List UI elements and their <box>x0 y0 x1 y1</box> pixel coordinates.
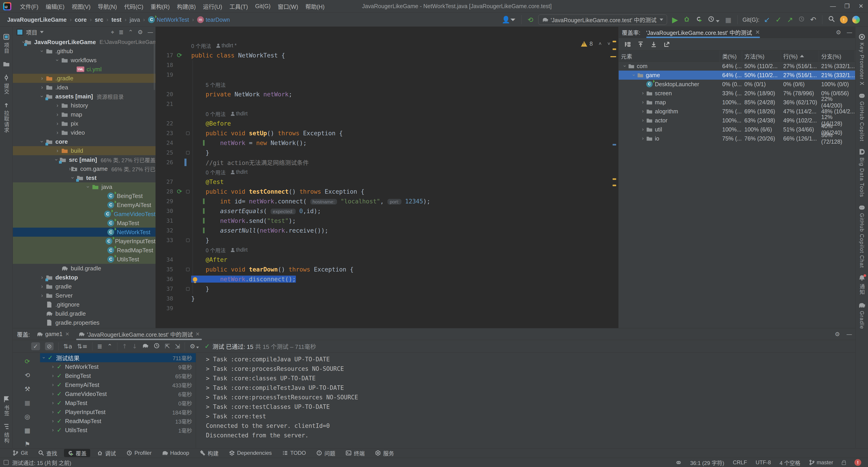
chevron-icon[interactable]: › <box>49 382 57 388</box>
user-avatar-icon[interactable]: 👤​⏷ <box>502 16 516 24</box>
test-history-icon[interactable] <box>142 343 149 350</box>
caret-position[interactable]: 36:1 (29 字符) <box>690 459 724 467</box>
test-row-ReadMapTest[interactable]: ›✓ReadMapTest13毫秒 <box>40 416 196 426</box>
author-hint[interactable]: thdlrt <box>236 111 248 117</box>
chevron-icon[interactable]: › <box>49 418 57 424</box>
project-panel-title[interactable]: 项目 <box>26 28 37 36</box>
stripe-item-GitHub Copilot[interactable]: GitHub Copilot <box>856 92 868 142</box>
git-history-icon[interactable] <box>798 16 805 24</box>
close-icon[interactable]: ✕ <box>195 331 199 337</box>
stripe-item-通知[interactable]: 通知 <box>856 275 868 295</box>
toolwindow-button-服务[interactable]: 服务 <box>371 449 398 457</box>
usages-hint[interactable]: 0 个用法 <box>191 42 211 50</box>
chevron-icon[interactable]: › <box>39 138 45 145</box>
expand-all-icon[interactable]: ≣ <box>119 29 124 35</box>
chevron-icon[interactable]: › <box>41 354 47 361</box>
test-root-row[interactable]: ›✓测试结果711毫秒 <box>40 353 196 362</box>
collapse-all-icon[interactable]: ⌃ <box>128 29 133 35</box>
notification-error-icon[interactable]: ! <box>855 459 861 466</box>
usages-hint[interactable]: 0 个用法 <box>206 168 225 176</box>
code-line[interactable]: 0 个用法thdlrt <box>156 245 610 255</box>
code-line[interactable]: 39 <box>156 303 610 313</box>
menu-item-GitG[interactable]: Git(G) <box>252 0 274 13</box>
toolwindow-button-Profiler[interactable]: Profiler <box>123 449 155 457</box>
code-line[interactable]: 33 } <box>156 235 610 245</box>
debug-button[interactable] <box>683 16 690 24</box>
chevron-icon[interactable]: › <box>39 47 45 55</box>
test-row-EnemyAiTest[interactable]: ›✓EnemyAiTest433毫秒 <box>40 380 196 389</box>
chevron-icon[interactable]: › <box>85 183 91 191</box>
navigate-with-single-click-icon[interactable]: ◎ <box>25 413 30 420</box>
navigate-down-icon[interactable] <box>650 41 657 48</box>
fold-marker-icon[interactable] <box>186 190 190 194</box>
code-line[interactable]: 19 <box>156 70 610 80</box>
chevron-icon[interactable]: › <box>39 92 45 100</box>
run-button[interactable]: ▶ <box>672 15 678 24</box>
tree-row-.github[interactable]: ›.github <box>13 47 156 56</box>
code-line[interactable]: 34 @After <box>156 255 610 264</box>
chevron-icon[interactable]: › <box>49 373 57 379</box>
stripe-item-拉取请求[interactable]: 拉取请求 <box>0 101 12 133</box>
profiler-button[interactable] <box>708 16 719 24</box>
hide-panel-icon[interactable]: — <box>147 29 153 35</box>
run-test-gutter-icon[interactable]: ⟳ <box>177 52 182 59</box>
chevron-icon[interactable]: › <box>640 126 646 133</box>
test-row-BeingTest[interactable]: ›✓BeingTest65毫秒 <box>40 371 196 380</box>
git-branch[interactable]: master <box>809 459 833 466</box>
toolwindow-button-Dependencies[interactable]: Dependencies <box>225 449 275 457</box>
coverage-row-DesktopLauncher[interactable]: CDesktopLauncher0% (0...0% (0/1)0% (0/6)… <box>619 80 855 89</box>
wrench-icon[interactable]: ⚒ <box>24 385 30 393</box>
inspection-widget[interactable]: 8 ˄ ˅ <box>581 40 610 47</box>
code-line[interactable]: 0 个用法thdlrt <box>156 167 610 177</box>
breadcrumb-item-java[interactable]: java <box>129 17 140 23</box>
chevron-icon[interactable]: › <box>49 364 57 370</box>
toolwindow-button-构建[interactable]: 构建 <box>196 449 222 457</box>
menu-item-F[interactable]: 文件(F) <box>16 0 42 13</box>
code-line[interactable]: 36 netWork.disconnect(); <box>156 274 610 284</box>
author-hint[interactable]: thdlrt <box>236 169 248 175</box>
code-line[interactable]: 32 assertNull(netWork.receive()); <box>156 226 610 235</box>
chevron-icon[interactable]: › <box>54 148 61 154</box>
stripe-item-Key Promoter X[interactable]: Key Promoter X <box>856 33 868 86</box>
menu-item-C[interactable]: 代码(C) <box>121 0 147 13</box>
tree-row-core[interactable]: ›core <box>13 137 156 146</box>
tree-row-build.gradle[interactable]: build.gradle <box>13 309 156 318</box>
chevron-icon[interactable]: › <box>640 136 646 141</box>
chevron-icon[interactable]: › <box>631 72 637 79</box>
tree-row-com.game[interactable]: ›com.game66% 类, 27% 行已覆盖 <box>13 164 156 173</box>
tree-row-BeingTest[interactable]: CBeingTest <box>13 192 156 201</box>
stripe-item-结构[interactable]: 结构 <box>0 423 13 443</box>
code-line[interactable]: 5 个用法 <box>156 80 610 89</box>
tree-row-src [main][interactable]: ›src [main]66% 类, 27% 行已覆盖 <box>13 155 156 164</box>
code-area[interactable]: 0 个用法thdlrt *17⟳public class NetWorkTest… <box>156 38 610 328</box>
tree-row-build[interactable]: ›build <box>13 146 156 155</box>
rollback-button[interactable]: ↶ <box>810 16 816 24</box>
search-everywhere-icon[interactable] <box>828 16 835 24</box>
hide-panel-icon[interactable]: — <box>846 29 852 36</box>
code-line[interactable]: 23 public void setUp() throws Exception … <box>156 128 610 138</box>
tree-row-video[interactable]: ›video <box>13 128 156 137</box>
toolwindow-button-TODO[interactable]: TODO <box>278 449 309 457</box>
stripe-item-Big Data Tools[interactable]: Big Data Tools <box>856 148 868 197</box>
stripe-item-提交[interactable]: 提交 <box>0 74 12 94</box>
tree-row-NetWorkTest[interactable]: CNetWorkTest <box>13 228 156 237</box>
code-line[interactable]: 22 @Before <box>156 119 610 128</box>
git-update-button[interactable]: ↙ <box>764 16 770 24</box>
chevron-icon[interactable]: › <box>38 84 46 90</box>
next-test-icon[interactable]: ↓ <box>132 343 137 350</box>
tree-row-build.gradle[interactable]: build.gradle <box>13 264 156 273</box>
sort-by-duration-icon[interactable]: ⇅≡ <box>77 343 87 350</box>
fold-marker-icon[interactable] <box>186 268 190 271</box>
code-line[interactable]: 29 int id= netWork.connect( hostname: "l… <box>156 196 610 206</box>
prev-test-icon[interactable]: ↑ <box>122 343 127 350</box>
tree-row-map[interactable]: ›map <box>13 110 156 119</box>
chevron-icon[interactable]: › <box>54 102 61 109</box>
git-push-button[interactable]: ↗ <box>787 16 793 24</box>
code-line[interactable]: 38} <box>156 294 610 303</box>
code-line[interactable]: 24 netWork = new NetWork(); <box>156 138 610 148</box>
toolwindow-button-问题[interactable]: 问题 <box>313 449 339 457</box>
tree-row-history[interactable]: ›history <box>13 101 156 110</box>
pin-tab-icon[interactable]: ⚑ <box>24 440 30 448</box>
run-test-gutter-icon[interactable]: ⟳ <box>177 188 182 195</box>
coverage-row-com[interactable]: ›com64% (...50% (110/2...27% (516/1...21… <box>619 62 855 70</box>
